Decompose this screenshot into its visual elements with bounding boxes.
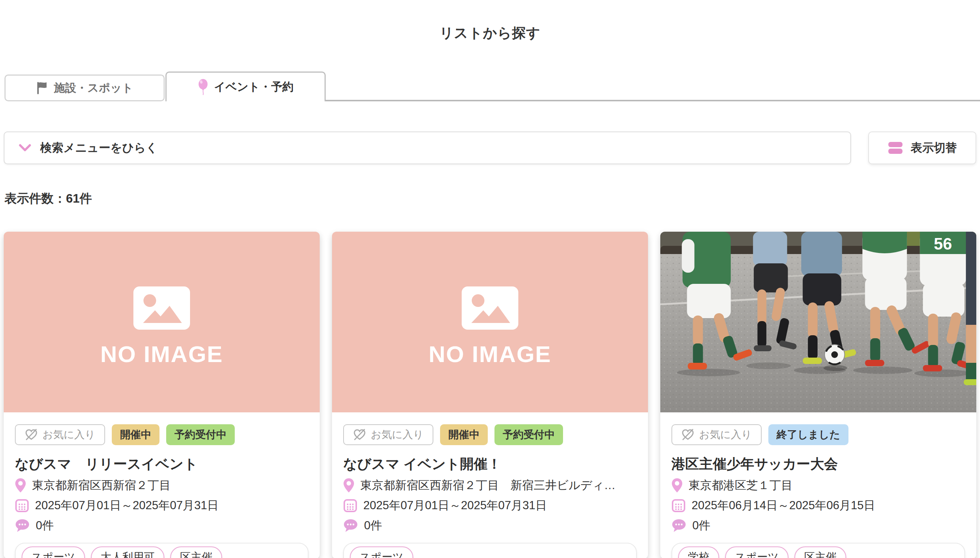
no-image-label: NO IMAGE	[100, 341, 223, 367]
result-count: 表示件数：61件	[5, 190, 980, 207]
event-title: なびスマ リリースイベント	[15, 455, 309, 473]
badge-row: お気に入り 終了しました	[671, 424, 965, 445]
search-menu-toggle[interactable]: 検索メニューをひらく	[4, 131, 851, 164]
soccer-photo: 56	[660, 232, 976, 412]
soccer-photo-graphic: 56	[660, 232, 976, 412]
event-title: なびスマ イベント開催！	[343, 455, 637, 473]
flag-icon	[36, 81, 48, 95]
date-row: 2025年07月01日～2025年07月31日	[15, 497, 309, 514]
badge-row: お気に入り 開催中 予約受付中	[15, 424, 309, 445]
tab-event-reservation[interactable]: イベント・予約	[166, 72, 326, 101]
calendar-icon	[671, 498, 686, 512]
tabbar: 施設・スポット イベント・予約	[0, 72, 980, 101]
map-pin-icon	[671, 478, 683, 493]
comments-row: 0件	[671, 517, 965, 534]
tag[interactable]: 学校	[678, 547, 719, 558]
comments-count: 0件	[36, 517, 54, 534]
badge-row: お気に入り 開催中 予約受付中	[343, 424, 637, 445]
comment-bubble-icon	[343, 519, 358, 533]
favorite-button[interactable]: お気に入り	[343, 424, 433, 445]
comment-bubble-icon	[671, 519, 686, 533]
tab-label: 施設・スポット	[54, 80, 133, 96]
favorite-label: お気に入り	[699, 428, 752, 442]
event-list-page: リストから探す 施設・スポット イベント・予約 検索メニューをひらく	[0, 0, 980, 558]
heart-off-icon	[25, 429, 38, 441]
event-card-list: NO IMAGE お気に入り 開催中 予約受付中 なびスマ リリースイベント	[4, 232, 976, 558]
card-body: お気に入り 終了しました 港区主催少年サッカー大会 東京都港区芝１丁目	[660, 412, 976, 558]
location-text: 東京都港区芝１丁目	[689, 477, 793, 494]
chevron-down-icon	[19, 144, 31, 152]
toolbar: 検索メニューをひらく 表示切替	[4, 131, 976, 164]
date-row: 2025年06月14日～2025年06月15日	[671, 497, 965, 514]
status-badge-open: 開催中	[440, 424, 488, 445]
event-card[interactable]: NO IMAGE お気に入り 開催中 予約受付中 なびスマ リリースイベント	[4, 232, 320, 558]
tag-box: 学校 スポーツ 区主催	[671, 543, 965, 558]
card-image-placeholder: NO IMAGE	[332, 232, 648, 412]
heart-off-icon	[681, 429, 694, 441]
tag-box: スポーツ	[343, 543, 637, 558]
tag[interactable]: スポーツ	[725, 547, 788, 558]
location-text: 東京都新宿区西新宿２丁目 新宿三井ビルディ…	[360, 477, 616, 494]
tag[interactable]: 区主催	[170, 547, 222, 558]
tag[interactable]: スポーツ	[350, 547, 413, 558]
favorite-label: お気に入り	[371, 428, 424, 442]
map-pin-icon	[15, 478, 26, 493]
page-title: リストから探す	[0, 0, 980, 43]
image-placeholder-icon	[133, 286, 190, 330]
status-badge-ended: 終了しました	[768, 424, 849, 445]
tab-facility-spot[interactable]: 施設・スポット	[5, 74, 165, 101]
calendar-icon	[343, 498, 357, 512]
event-card[interactable]: NO IMAGE お気に入り 開催中 予約受付中 なびスマ イベント開催！	[332, 232, 648, 558]
card-body: お気に入り 開催中 予約受付中 なびスマ イベント開催！ 東京都新宿区西新宿２丁…	[332, 412, 648, 558]
favorite-label: お気に入り	[43, 428, 95, 442]
event-title: 港区主催少年サッカー大会	[671, 455, 965, 473]
date-text: 2025年07月01日～2025年07月31日	[363, 497, 547, 514]
location-row: 東京都新宿区西新宿２丁目 新宿三井ビルディ…	[343, 477, 637, 494]
favorite-button[interactable]: お気に入り	[15, 424, 105, 445]
location-row: 東京都新宿区西新宿２丁目	[15, 477, 309, 494]
status-badge-reservation: 予約受付中	[494, 424, 563, 445]
date-text: 2025年06月14日～2025年06月15日	[691, 497, 875, 514]
tag-box: スポーツ 大人利用可 区主催	[15, 543, 309, 558]
tab-label: イベント・予約	[214, 79, 294, 95]
view-toggle-button[interactable]: 表示切替	[868, 131, 976, 164]
rows-icon	[888, 141, 903, 155]
balloon-icon	[198, 79, 208, 95]
tag[interactable]: 区主催	[795, 547, 846, 558]
location-row: 東京都港区芝１丁目	[671, 477, 965, 494]
date-row: 2025年07月01日～2025年07月31日	[343, 497, 637, 514]
status-badge-open: 開催中	[112, 424, 159, 445]
comments-row: 0件	[343, 517, 637, 534]
location-text: 東京都新宿区西新宿２丁目	[32, 477, 171, 494]
calendar-icon	[15, 498, 29, 512]
comment-bubble-icon	[15, 519, 30, 533]
comments-count: 0件	[692, 517, 710, 534]
search-menu-label: 検索メニューをひらく	[40, 140, 158, 156]
favorite-button[interactable]: お気に入り	[671, 424, 762, 445]
date-text: 2025年07月01日～2025年07月31日	[35, 497, 219, 514]
heart-off-icon	[353, 429, 366, 441]
view-toggle-label: 表示切替	[911, 140, 957, 156]
tag[interactable]: 大人利用可	[91, 547, 164, 558]
card-body: お気に入り 開催中 予約受付中 なびスマ リリースイベント 東京都新宿区西新宿２…	[4, 412, 320, 558]
map-pin-icon	[343, 478, 355, 493]
comments-row: 0件	[15, 517, 309, 534]
comments-count: 0件	[364, 517, 382, 534]
status-badge-reservation: 予約受付中	[166, 424, 235, 445]
svg-text:56: 56	[934, 235, 952, 253]
tag[interactable]: スポーツ	[21, 547, 85, 558]
no-image-label: NO IMAGE	[428, 341, 551, 367]
image-placeholder-icon	[462, 286, 518, 330]
card-image-placeholder: NO IMAGE	[4, 232, 320, 412]
event-card[interactable]: 56	[660, 232, 976, 558]
